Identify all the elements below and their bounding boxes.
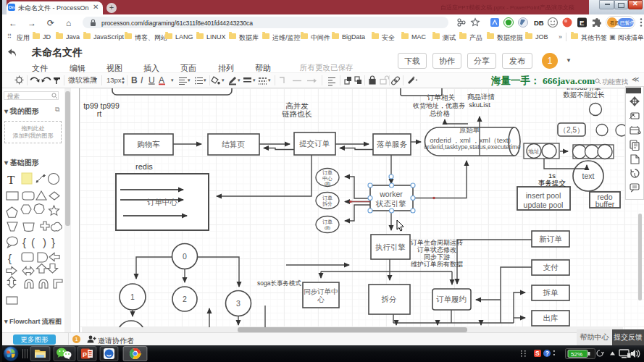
svg-text:insert pool: insert pool xyxy=(526,191,561,200)
svg-text:订单状态修改: 订单状态修改 xyxy=(417,246,456,253)
svg-text:心: 心 xyxy=(317,295,325,303)
svg-text:worker: worker xyxy=(379,190,403,198)
svg-text:▼: ▼ xyxy=(121,80,125,85)
svg-text:rt: rt xyxy=(97,109,101,118)
svg-text:▾: ▾ xyxy=(268,77,271,83)
svg-text:链路也长: 链路也长 xyxy=(282,109,312,118)
svg-text:拆分: 拆分 xyxy=(382,295,398,303)
svg-text:U: U xyxy=(149,75,155,85)
svg-text:▾: ▾ xyxy=(171,77,174,83)
svg-text:▾: ▾ xyxy=(222,77,225,83)
svg-text:订单履约: 订单履约 xyxy=(436,295,467,303)
svg-text:微软雅黑: 微软雅黑 xyxy=(68,76,97,84)
svg-text:T: T xyxy=(7,173,15,187)
svg-text:1: 1 xyxy=(130,292,135,301)
svg-text:▾: ▾ xyxy=(93,75,97,83)
svg-text:▾: ▾ xyxy=(188,77,191,83)
svg-text:{: { xyxy=(22,236,26,248)
svg-text:同步订单中: 同步订单中 xyxy=(304,287,338,295)
svg-text:13px: 13px xyxy=(106,76,122,84)
svg-text:B: B xyxy=(131,75,138,85)
svg-text:拆分: 拆分 xyxy=(322,201,333,206)
svg-text:执行引擎: 执行引擎 xyxy=(375,243,406,251)
svg-text:0: 0 xyxy=(183,252,187,261)
svg-text:db: db xyxy=(325,181,330,186)
svg-text:地址: 地址 xyxy=(527,148,540,155)
svg-text:▾: ▾ xyxy=(253,77,256,83)
svg-text:?: ? xyxy=(545,350,549,357)
svg-text:▾: ▾ xyxy=(204,77,206,83)
svg-text:A: A xyxy=(159,75,164,85)
svg-text:同步下游: 同步下游 xyxy=(424,253,450,261)
svg-text:数据不能过长: 数据不能过长 xyxy=(564,90,606,98)
svg-text:拆单: 拆单 xyxy=(543,288,559,297)
svg-text:3: 3 xyxy=(236,299,241,308)
svg-text:订单中心: 订单中心 xyxy=(147,198,178,206)
svg-text:text: text xyxy=(582,172,595,180)
svg-text:事务提交: 事务提交 xyxy=(538,179,566,187)
svg-text:状态引擎: 状态引擎 xyxy=(375,199,406,208)
svg-text:订单: 订单 xyxy=(322,219,333,224)
svg-text:出库: 出库 xyxy=(543,313,559,322)
svg-text:P: P xyxy=(83,351,87,358)
svg-text:提交订单: 提交订单 xyxy=(299,139,330,148)
svg-text:中心: 中心 xyxy=(322,176,333,181)
svg-text:▾: ▾ xyxy=(238,77,241,83)
svg-text:orderid,tasktype,status,execut: orderid,tasktype,status,executetime xyxy=(424,143,521,151)
svg-text:{: { xyxy=(8,252,12,264)
svg-text:已暂停: 已暂停 xyxy=(620,20,635,26)
svg-text:): ) xyxy=(43,236,46,248)
svg-text:2: 2 xyxy=(183,295,187,303)
svg-text:维护订单所有数据: 维护订单所有数据 xyxy=(411,261,463,268)
svg-text:购物车: 购物车 xyxy=(137,140,160,148)
svg-text:支付: 支付 xyxy=(543,263,559,272)
svg-text:收货地址，优惠券: 收货地址，优惠券 xyxy=(413,102,465,109)
svg-text:订单: 订单 xyxy=(322,195,333,201)
svg-text:(: ( xyxy=(31,236,35,248)
svg-text:buffer: buffer xyxy=(595,200,615,209)
svg-text:新订单: 新订单 xyxy=(539,235,562,243)
svg-text:原始单: 原始单 xyxy=(459,126,480,134)
svg-text:（2,5）: （2,5） xyxy=(559,126,584,134)
svg-text:S: S xyxy=(535,350,540,357)
svg-text:db: db xyxy=(325,225,330,230)
svg-text:skuList: skuList xyxy=(469,101,490,109)
svg-text:redis: redis xyxy=(135,162,153,171)
svg-text:总价格: 总价格 xyxy=(430,109,451,117)
svg-text:订单相关: 订单相关 xyxy=(427,93,456,101)
svg-text:订单生命周期运转: 订单生命周期运转 xyxy=(410,239,463,246)
svg-text:落单服务: 落单服务 xyxy=(377,140,408,148)
svg-text:soga长事务模式: soga长事务模式 xyxy=(257,279,301,287)
svg-text:DB: DB xyxy=(534,19,544,27)
svg-text:结算页: 结算页 xyxy=(222,140,245,148)
svg-text:商品详情: 商品详情 xyxy=(467,93,495,101)
svg-text:52%: 52% xyxy=(571,351,582,358)
svg-text:订单: 订单 xyxy=(322,170,333,175)
svg-text:}: } xyxy=(51,236,55,248)
svg-text:I: I xyxy=(141,75,143,85)
svg-text:update pool: update pool xyxy=(524,201,564,209)
svg-text:E: E xyxy=(580,19,584,27)
